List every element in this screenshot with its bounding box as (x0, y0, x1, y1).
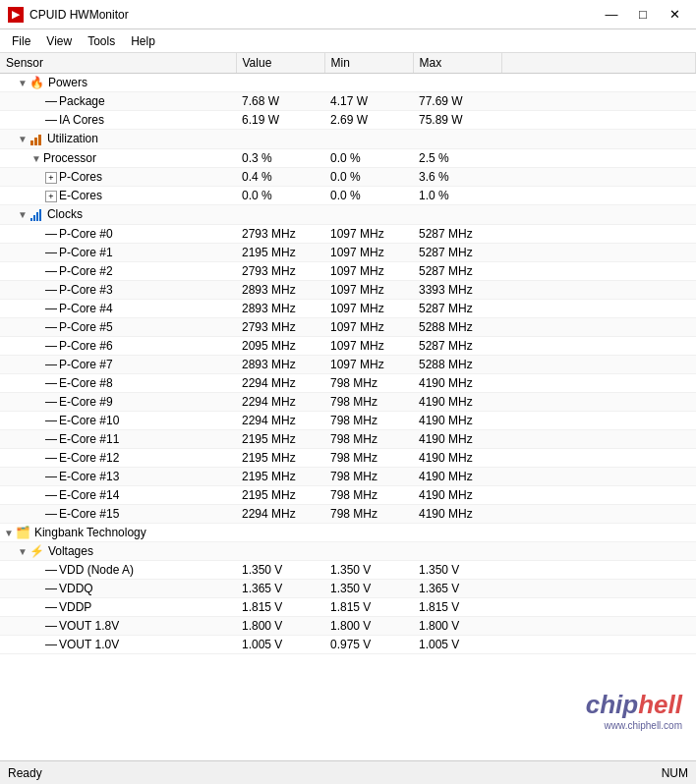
cell-value: 2195 MHz (236, 448, 324, 467)
table-row[interactable]: —P-Core #42893 MHz1097 MHz5287 MHz (0, 299, 696, 317)
table-row[interactable]: —P-Core #32893 MHz1097 MHz3393 MHz (0, 280, 696, 299)
table-row[interactable]: —P-Core #22793 MHz1097 MHz5287 MHz (0, 261, 696, 280)
table-row[interactable]: +E-Cores0.0 %0.0 %1.0 % (0, 186, 696, 204)
sensor-label: VOUT 1.0V (59, 638, 119, 651)
table-wrapper[interactable]: Sensor Value Min Max ▼🔥Powers—Package7.6… (0, 53, 696, 760)
menu-help[interactable]: Help (123, 32, 163, 50)
table-row[interactable]: ▼Utilization (0, 130, 696, 149)
table-row[interactable]: —E-Core #92294 MHz798 MHz4190 MHz (0, 392, 696, 411)
leaf-spacer: — (45, 451, 59, 465)
header-value[interactable]: Value (236, 53, 324, 74)
expand-icon[interactable]: ▼ (31, 153, 41, 164)
cell-sensor: —P-Core #2 (0, 261, 236, 280)
expand-icon[interactable]: ▼ (18, 134, 28, 144)
cell-max: 1.0 % (413, 186, 501, 204)
sensor-label: IA Cores (59, 113, 104, 127)
expand-icon[interactable]: ▼ (18, 78, 28, 88)
cell-sensor: —P-Core #1 (0, 243, 236, 261)
cell-extra (501, 261, 696, 280)
expand-box[interactable]: + (45, 191, 57, 202)
cell-max: 1.800 V (413, 616, 501, 635)
cell-max: 5287 MHz (413, 299, 501, 317)
header-sensor[interactable]: Sensor (0, 53, 236, 74)
cell-extra (501, 299, 696, 317)
table-row[interactable]: —Package7.68 W4.17 W77.69 W (0, 92, 696, 111)
cell-extra (501, 392, 696, 411)
cell-value: 6.19 W (236, 111, 324, 130)
table-row[interactable]: —VDDP1.815 V1.815 V1.815 V (0, 597, 696, 616)
sensor-label: P-Core #4 (59, 302, 113, 315)
leaf-spacer: — (45, 638, 59, 651)
table-row[interactable]: —E-Core #102294 MHz798 MHz4190 MHz (0, 411, 696, 429)
table-row[interactable]: —P-Core #72893 MHz1097 MHz5288 MHz (0, 355, 696, 373)
table-row[interactable]: ▼⚡Voltages (0, 541, 696, 560)
cell-value: 0.4 % (236, 167, 324, 186)
cell-max: 4190 MHz (413, 411, 501, 429)
sensor-label: VDDQ (59, 582, 93, 595)
menu-tools[interactable]: Tools (80, 32, 123, 50)
cell-value: 2793 MHz (236, 261, 324, 280)
leaf-spacer: — (45, 395, 59, 409)
cell-extra (501, 74, 696, 92)
maximize-button[interactable]: □ (629, 5, 657, 25)
leaf-spacer: — (45, 320, 59, 334)
cell-value: 2294 MHz (236, 392, 324, 411)
expand-icon[interactable]: ▼ (4, 528, 14, 538)
cell-min: 1.815 V (324, 597, 413, 616)
cell-extra (501, 336, 696, 355)
table-row[interactable]: —E-Core #82294 MHz798 MHz4190 MHz (0, 373, 696, 392)
expand-icon[interactable]: ▼ (18, 546, 28, 557)
cell-max: 2.5 % (413, 148, 501, 167)
expand-box[interactable]: + (45, 172, 57, 184)
table-row[interactable]: —VOUT 1.0V1.005 V0.975 V1.005 V (0, 635, 696, 653)
table-row[interactable]: —P-Core #52793 MHz1097 MHz5288 MHz (0, 317, 696, 336)
expand-icon[interactable]: ▼ (18, 209, 28, 220)
cell-min (324, 130, 413, 149)
table-row[interactable]: —P-Core #02793 MHz1097 MHz5287 MHz (0, 224, 696, 243)
leaf-spacer: — (45, 113, 59, 127)
table-row[interactable]: —E-Core #122195 MHz798 MHz4190 MHz (0, 448, 696, 467)
cell-value (236, 541, 324, 560)
header-max[interactable]: Max (413, 53, 501, 74)
cell-min (324, 204, 413, 224)
cell-max: 4190 MHz (413, 429, 501, 448)
cell-value: 1.350 V (236, 560, 324, 579)
cell-max: 4190 MHz (413, 485, 501, 504)
cell-extra (501, 579, 696, 597)
table-row[interactable]: ▼🔥Powers (0, 74, 696, 92)
table-row[interactable]: —E-Core #132195 MHz798 MHz4190 MHz (0, 467, 696, 485)
table-row[interactable]: —VDD (Node A)1.350 V1.350 V1.350 V (0, 560, 696, 579)
title-bar-left: ▶ CPUID HWMonitor (8, 7, 129, 23)
minimize-button[interactable]: — (598, 5, 625, 25)
cell-min: 798 MHz (324, 429, 413, 448)
menu-file[interactable]: File (4, 32, 38, 50)
cell-sensor: —IA Cores (0, 111, 236, 130)
cell-value: 1.005 V (236, 635, 324, 653)
cell-min (324, 541, 413, 560)
table-row[interactable]: —P-Core #62095 MHz1097 MHz5287 MHz (0, 336, 696, 355)
cell-value: 2793 MHz (236, 317, 324, 336)
table-row[interactable]: —VOUT 1.8V1.800 V1.800 V1.800 V (0, 616, 696, 635)
table-row[interactable]: —IA Cores6.19 W2.69 W75.89 W (0, 111, 696, 130)
table-row[interactable]: —E-Core #152294 MHz798 MHz4190 MHz (0, 504, 696, 523)
close-button[interactable]: ✕ (661, 5, 688, 25)
menu-view[interactable]: View (38, 32, 80, 50)
table-row[interactable]: —P-Core #12195 MHz1097 MHz5287 MHz (0, 243, 696, 261)
powers-icon: 🔥 (29, 76, 44, 89)
header-min[interactable]: Min (324, 53, 413, 74)
cell-max: 1.815 V (413, 597, 501, 616)
leaf-spacer: — (45, 470, 59, 483)
sensor-label: Package (59, 94, 105, 108)
leaf-spacer: — (45, 488, 59, 502)
table-row[interactable]: —VDDQ1.365 V1.350 V1.365 V (0, 579, 696, 597)
table-row[interactable]: +P-Cores0.4 %0.0 %3.6 % (0, 167, 696, 186)
table-row[interactable]: —E-Core #142195 MHz798 MHz4190 MHz (0, 485, 696, 504)
sensor-label: P-Core #0 (59, 227, 113, 241)
cell-min: 798 MHz (324, 448, 413, 467)
table-row[interactable]: ▼Clocks (0, 204, 696, 224)
sensor-label: VOUT 1.8V (59, 619, 119, 633)
table-row[interactable]: ▼🗂️Kingbank Technology (0, 523, 696, 541)
sensor-label: Voltages (48, 544, 93, 558)
table-row[interactable]: —E-Core #112195 MHz798 MHz4190 MHz (0, 429, 696, 448)
table-row[interactable]: ▼Processor0.3 %0.0 %2.5 % (0, 148, 696, 167)
